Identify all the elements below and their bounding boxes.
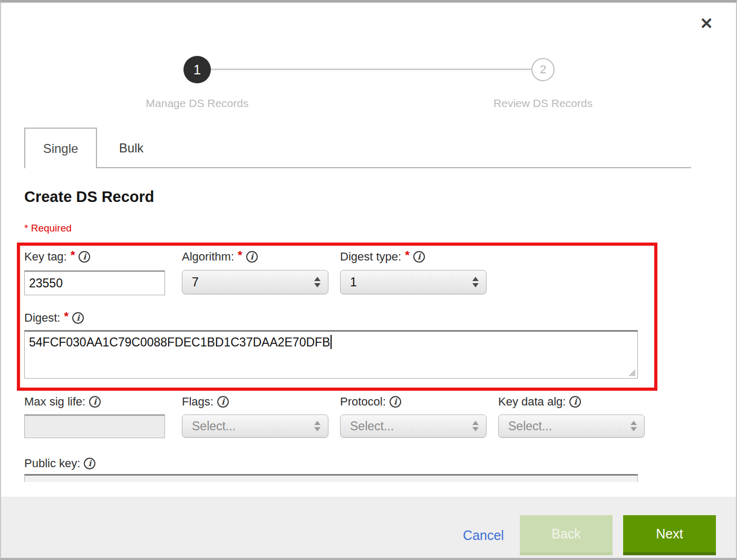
stepper-step-1-circle: 1	[183, 56, 211, 83]
info-icon[interactable]: i	[89, 396, 101, 408]
public-key-textarea[interactable]	[24, 474, 638, 482]
flags-label-text: Flags:	[182, 395, 214, 409]
select-arrows-icon	[314, 277, 321, 287]
algorithm-select-value: 7	[182, 275, 199, 289]
max-sig-life-label: Max sig life: i	[24, 395, 101, 409]
tab-single-label: Single	[43, 141, 79, 156]
cancel-button-label: Cancel	[463, 528, 504, 543]
info-icon[interactable]: i	[217, 396, 229, 408]
next-button[interactable]: Next	[623, 515, 716, 555]
info-icon[interactable]: i	[84, 458, 95, 469]
flags-label: Flags: i	[182, 395, 229, 409]
key-tag-required-asterisk: *	[71, 248, 75, 262]
protocol-select-value: Select...	[341, 419, 394, 433]
info-icon[interactable]: i	[79, 251, 90, 263]
max-sig-life-input[interactable]	[24, 414, 165, 438]
algorithm-select[interactable]: 7	[182, 270, 328, 294]
digest-textarea-value: 54FCF030AA1C79C0088FDEC1BD1C37DAA2E70DFB	[29, 335, 330, 349]
select-arrows-icon	[314, 421, 321, 431]
stepper-step-2-number: 2	[540, 63, 546, 76]
info-icon[interactable]: i	[390, 396, 401, 408]
digest-type-required-asterisk: *	[405, 248, 410, 262]
key-data-alg-select[interactable]: Select...	[498, 414, 645, 438]
digest-label: Digest: * i	[24, 311, 84, 325]
protocol-select[interactable]: Select...	[340, 414, 487, 438]
tabs-underline	[24, 167, 691, 168]
flags-select-value: Select...	[182, 419, 236, 433]
stepper-step-2-label: Review DS Records	[459, 97, 627, 110]
key-tag-label: Key tag: * i	[24, 250, 90, 264]
digest-type-select-value: 1	[341, 275, 357, 289]
public-key-label-text: Public key:	[24, 457, 80, 470]
select-arrows-icon	[631, 421, 637, 431]
digest-label-text: Digest:	[24, 311, 60, 325]
back-button[interactable]: Back	[520, 515, 613, 555]
back-button-label: Back	[551, 526, 581, 542]
stepper-step-1-number: 1	[193, 62, 201, 78]
digest-type-select[interactable]: 1	[340, 270, 487, 294]
key-data-alg-label: Key data alg: i	[498, 395, 581, 409]
stepper-connector	[210, 69, 532, 70]
tab-single[interactable]: Single	[24, 128, 97, 168]
close-icon[interactable]: ✕	[696, 13, 717, 34]
algorithm-label: Algorithm: * i	[182, 250, 258, 264]
next-button-label: Next	[656, 526, 683, 542]
page-title: Create DS Record	[24, 188, 154, 206]
stepper-step-2-circle: 2	[531, 58, 555, 81]
tab-bulk[interactable]: Bulk	[100, 129, 163, 167]
max-sig-life-label-text: Max sig life:	[24, 395, 85, 409]
resize-grip-icon[interactable]	[628, 369, 636, 376]
required-note: * Required	[24, 223, 72, 234]
tab-bulk-label: Bulk	[119, 141, 144, 156]
info-icon[interactable]: i	[569, 396, 581, 408]
key-tag-label-text: Key tag:	[24, 250, 67, 264]
algorithm-required-asterisk: *	[238, 248, 243, 262]
digest-required-asterisk: *	[64, 310, 69, 323]
cancel-button[interactable]: Cancel	[449, 515, 518, 555]
protocol-label-text: Protocol:	[340, 395, 386, 409]
algorithm-label-text: Algorithm:	[182, 250, 234, 264]
public-key-label: Public key: i	[24, 457, 95, 470]
key-data-alg-label-text: Key data alg:	[498, 395, 566, 409]
protocol-label: Protocol: i	[340, 395, 401, 409]
create-ds-record-dialog: ✕ 1 2 Manage DS Records Review DS Record…	[0, 0, 737, 560]
select-arrows-icon	[472, 421, 479, 431]
key-data-alg-select-value: Select...	[499, 419, 552, 433]
dialog-footer: Cancel Back Next	[1, 497, 736, 558]
info-icon[interactable]: i	[72, 312, 84, 324]
info-icon[interactable]: i	[413, 251, 425, 263]
text-caret	[331, 335, 332, 349]
key-tag-input[interactable]	[24, 271, 165, 295]
stepper-step-1-label: Manage DS Records	[113, 97, 282, 110]
digest-type-label: Digest type: * i	[340, 250, 425, 264]
digest-textarea[interactable]: 54FCF030AA1C79C0088FDEC1BD1C37DAA2E70DFB	[24, 330, 638, 379]
digest-type-label-text: Digest type:	[340, 250, 401, 264]
info-icon[interactable]: i	[246, 251, 258, 263]
select-arrows-icon	[472, 277, 479, 287]
flags-select[interactable]: Select...	[182, 414, 328, 438]
